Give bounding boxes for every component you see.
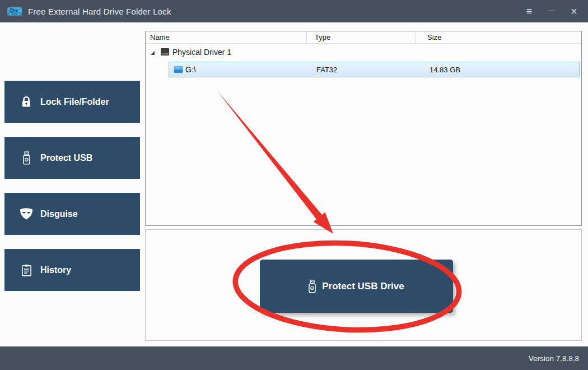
titlebar: Free External Hard Drive Folder Lock ≡ —… (0, 0, 588, 22)
drive-table-panel: Name Type Size Physical Driver 1 (145, 31, 582, 226)
sidebar-item-disguise[interactable]: Disguise (4, 193, 140, 235)
usb-icon (19, 151, 34, 165)
window-controls: ≡ — × (523, 5, 580, 18)
tree-expander-icon[interactable] (151, 51, 155, 55)
sidebar-item-protect-usb[interactable]: Protect USB (4, 137, 140, 179)
statusbar: Version 7.8.8.8 (0, 346, 588, 370)
column-header-type[interactable]: Type (315, 33, 330, 41)
sidebar-item-label: History (40, 265, 71, 275)
close-icon[interactable]: × (568, 5, 580, 18)
drive-name: Physical Driver 1 (172, 48, 231, 57)
version-label: Version 7.8.8.8 (529, 354, 579, 363)
column-divider (416, 32, 416, 43)
lock-icon (19, 96, 34, 108)
app-logo-icon (7, 4, 22, 18)
table-row-selected[interactable]: G:\ FAT32 14.83 GB (169, 62, 580, 77)
column-divider (306, 32, 307, 43)
action-panel: Protect USB Drive (145, 229, 582, 341)
sidebar-item-label: Protect USB (40, 153, 92, 163)
drive-type: FAT32 (316, 66, 337, 74)
sidebar-item-label: Lock File/Folder (40, 97, 109, 107)
column-header-name[interactable]: Name (150, 33, 170, 41)
table-row[interactable]: Physical Driver 1 (146, 46, 581, 59)
app-window: Free External Hard Drive Folder Lock ≡ —… (0, 0, 588, 370)
menu-icon[interactable]: ≡ (523, 6, 535, 17)
table-header: Name Type Size (146, 31, 581, 44)
physical-drive-icon (160, 48, 170, 58)
drive-name: G:\ (185, 65, 196, 74)
column-header-size[interactable]: Size (427, 33, 441, 41)
drive-size: 14.83 GB (430, 66, 460, 74)
history-icon (19, 264, 34, 276)
protect-usb-drive-label: Protect USB Drive (322, 281, 404, 292)
usb-icon (309, 280, 316, 293)
sidebar-item-lock-file-folder[interactable]: Lock File/Folder (4, 81, 140, 123)
window-title: Free External Hard Drive Folder Lock (28, 7, 171, 16)
sidebar-item-history[interactable]: History (4, 249, 140, 291)
mask-icon (19, 207, 34, 220)
sidebar-item-label: Disguise (40, 209, 78, 219)
protect-usb-drive-button[interactable]: Protect USB Drive (260, 260, 453, 313)
usb-drive-icon (174, 66, 183, 76)
minimize-icon[interactable]: — (545, 6, 558, 15)
